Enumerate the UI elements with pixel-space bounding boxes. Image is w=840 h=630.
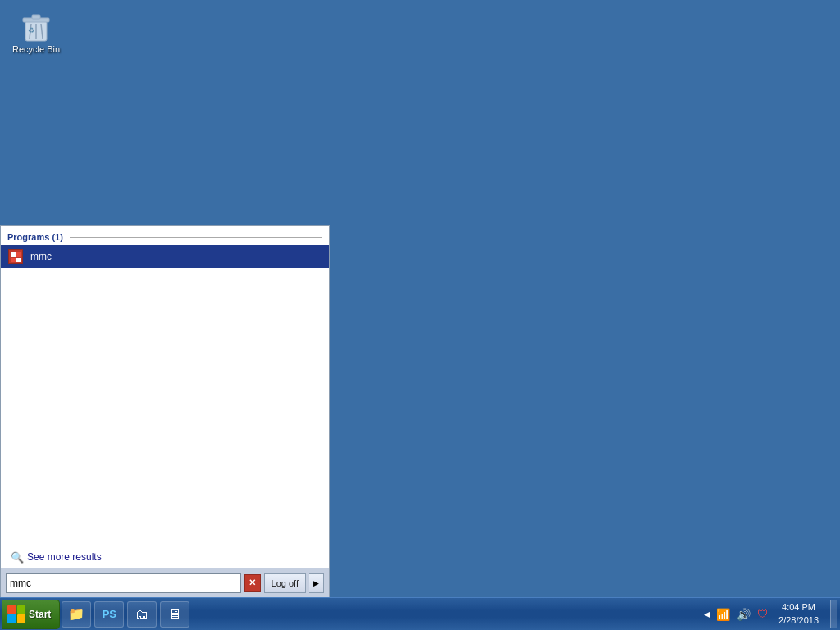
recycle-bin-icon[interactable]: ♻ Recycle Bin — [7, 7, 66, 58]
taskbar-explorer-button[interactable]: 🗂 — [127, 601, 157, 628]
logoff-button[interactable]: Log off — [264, 573, 306, 593]
taskbar: Start 📁 PS 🗂 🖥 ◀ 📶 🔊 🛡 4:04 PM 2/28/2013 — [0, 597, 840, 630]
windows-logo — [7, 605, 25, 623]
start-label: Start — [29, 609, 51, 620]
search-input[interactable] — [6, 573, 241, 593]
programs-section-title: Programs (1) — [7, 232, 63, 242]
taskbar-powershell-button[interactable]: PS — [94, 601, 124, 628]
recycle-bin-label: Recycle Bin — [12, 44, 60, 55]
svg-text:♻: ♻ — [28, 26, 34, 34]
section-divider — [70, 237, 322, 238]
tray-network-icon[interactable]: 📶 — [714, 606, 733, 623]
desktop: ♻ Recycle Bin Programs (1) — [0, 0, 840, 630]
logoff-arrow-button[interactable]: ▶ — [309, 573, 324, 593]
mmc-icon — [7, 249, 24, 265]
system-tray: ◀ 📶 🔊 🛡 4:04 PM 2/28/2013 — [702, 600, 840, 628]
powershell-icon: PS — [103, 608, 116, 620]
search-icon: 🔍 — [11, 551, 22, 563]
start-button[interactable]: Start — [2, 600, 60, 629]
search-results-area: Programs (1) mmc — [1, 226, 329, 546]
start-menu-popup: Programs (1) mmc 🔍 — [0, 225, 330, 597]
recycle-bin-image: ♻ — [20, 10, 52, 43]
see-more-results[interactable]: 🔍 See more results — [1, 546, 329, 568]
taskbar-folder-button[interactable]: 📁 — [62, 601, 91, 628]
clock-time: 4:04 PM — [778, 601, 819, 614]
server-icon: 🖥 — [168, 607, 181, 622]
programs-section-header: Programs (1) — [1, 232, 329, 245]
taskbar-server-button[interactable]: 🖥 — [160, 601, 189, 628]
tray-sound-icon[interactable]: 🔊 — [734, 606, 753, 623]
clock-area[interactable]: 4:04 PM 2/28/2013 — [772, 601, 825, 627]
tray-expand-button[interactable]: ◀ — [702, 608, 712, 620]
folder-icon: 📁 — [68, 606, 84, 622]
explorer-icon: 🗂 — [135, 607, 148, 622]
empty-results-space — [1, 268, 329, 531]
tray-security-icon[interactable]: 🛡 — [755, 606, 770, 622]
show-desktop-button[interactable] — [830, 600, 837, 628]
see-more-label: See more results — [27, 551, 102, 563]
search-clear-button[interactable]: ✕ — [244, 574, 261, 592]
search-bar: ✕ Log off ▶ — [1, 568, 329, 597]
mmc-result-item[interactable]: mmc — [1, 245, 329, 268]
svg-rect-5 — [32, 15, 40, 19]
mmc-label: mmc — [30, 251, 52, 262]
clock-date: 2/28/2013 — [778, 614, 819, 627]
